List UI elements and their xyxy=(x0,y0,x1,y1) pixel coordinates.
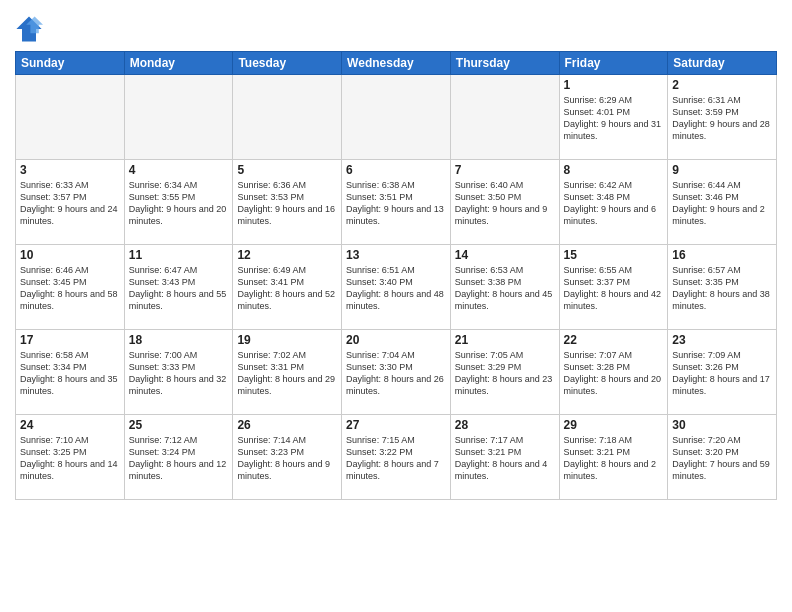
logo-icon xyxy=(15,15,43,43)
day-number: 11 xyxy=(129,248,229,262)
day-number: 9 xyxy=(672,163,772,177)
day-info: Sunrise: 7:00 AM Sunset: 3:33 PM Dayligh… xyxy=(129,349,229,398)
day-number: 23 xyxy=(672,333,772,347)
day-info: Sunrise: 7:18 AM Sunset: 3:21 PM Dayligh… xyxy=(564,434,664,483)
day-number: 4 xyxy=(129,163,229,177)
day-number: 24 xyxy=(20,418,120,432)
day-info: Sunrise: 6:44 AM Sunset: 3:46 PM Dayligh… xyxy=(672,179,772,228)
calendar-cell-w3d7: 16Sunrise: 6:57 AM Sunset: 3:35 PM Dayli… xyxy=(668,245,777,330)
day-info: Sunrise: 7:04 AM Sunset: 3:30 PM Dayligh… xyxy=(346,349,446,398)
day-info: Sunrise: 6:58 AM Sunset: 3:34 PM Dayligh… xyxy=(20,349,120,398)
day-number: 22 xyxy=(564,333,664,347)
calendar-cell-w1d1 xyxy=(16,75,125,160)
day-number: 8 xyxy=(564,163,664,177)
day-info: Sunrise: 7:17 AM Sunset: 3:21 PM Dayligh… xyxy=(455,434,555,483)
calendar-cell-w2d4: 6Sunrise: 6:38 AM Sunset: 3:51 PM Daylig… xyxy=(342,160,451,245)
day-number: 14 xyxy=(455,248,555,262)
day-number: 19 xyxy=(237,333,337,347)
day-number: 30 xyxy=(672,418,772,432)
calendar-cell-w1d6: 1Sunrise: 6:29 AM Sunset: 4:01 PM Daylig… xyxy=(559,75,668,160)
calendar-cell-w3d1: 10Sunrise: 6:46 AM Sunset: 3:45 PM Dayli… xyxy=(16,245,125,330)
day-info: Sunrise: 6:38 AM Sunset: 3:51 PM Dayligh… xyxy=(346,179,446,228)
day-info: Sunrise: 6:40 AM Sunset: 3:50 PM Dayligh… xyxy=(455,179,555,228)
day-number: 27 xyxy=(346,418,446,432)
page: SundayMondayTuesdayWednesdayThursdayFrid… xyxy=(0,0,792,612)
calendar-cell-w3d3: 12Sunrise: 6:49 AM Sunset: 3:41 PM Dayli… xyxy=(233,245,342,330)
day-number: 16 xyxy=(672,248,772,262)
week-row-1: 1Sunrise: 6:29 AM Sunset: 4:01 PM Daylig… xyxy=(16,75,777,160)
calendar-cell-w3d2: 11Sunrise: 6:47 AM Sunset: 3:43 PM Dayli… xyxy=(124,245,233,330)
calendar-cell-w5d5: 28Sunrise: 7:17 AM Sunset: 3:21 PM Dayli… xyxy=(450,415,559,500)
calendar-cell-w1d3 xyxy=(233,75,342,160)
day-number: 13 xyxy=(346,248,446,262)
day-info: Sunrise: 7:10 AM Sunset: 3:25 PM Dayligh… xyxy=(20,434,120,483)
calendar-cell-w2d7: 9Sunrise: 6:44 AM Sunset: 3:46 PM Daylig… xyxy=(668,160,777,245)
week-row-5: 24Sunrise: 7:10 AM Sunset: 3:25 PM Dayli… xyxy=(16,415,777,500)
calendar-cell-w4d2: 18Sunrise: 7:00 AM Sunset: 3:33 PM Dayli… xyxy=(124,330,233,415)
calendar-cell-w1d5 xyxy=(450,75,559,160)
weekday-header-monday: Monday xyxy=(124,52,233,75)
calendar-cell-w1d7: 2Sunrise: 6:31 AM Sunset: 3:59 PM Daylig… xyxy=(668,75,777,160)
day-number: 17 xyxy=(20,333,120,347)
calendar-cell-w4d6: 22Sunrise: 7:07 AM Sunset: 3:28 PM Dayli… xyxy=(559,330,668,415)
day-number: 6 xyxy=(346,163,446,177)
day-number: 21 xyxy=(455,333,555,347)
calendar-cell-w5d7: 30Sunrise: 7:20 AM Sunset: 3:20 PM Dayli… xyxy=(668,415,777,500)
day-info: Sunrise: 7:20 AM Sunset: 3:20 PM Dayligh… xyxy=(672,434,772,483)
day-info: Sunrise: 7:12 AM Sunset: 3:24 PM Dayligh… xyxy=(129,434,229,483)
weekday-header-wednesday: Wednesday xyxy=(342,52,451,75)
day-info: Sunrise: 6:47 AM Sunset: 3:43 PM Dayligh… xyxy=(129,264,229,313)
calendar-cell-w2d1: 3Sunrise: 6:33 AM Sunset: 3:57 PM Daylig… xyxy=(16,160,125,245)
weekday-header-sunday: Sunday xyxy=(16,52,125,75)
day-info: Sunrise: 6:51 AM Sunset: 3:40 PM Dayligh… xyxy=(346,264,446,313)
day-info: Sunrise: 6:57 AM Sunset: 3:35 PM Dayligh… xyxy=(672,264,772,313)
calendar-cell-w4d5: 21Sunrise: 7:05 AM Sunset: 3:29 PM Dayli… xyxy=(450,330,559,415)
day-info: Sunrise: 6:34 AM Sunset: 3:55 PM Dayligh… xyxy=(129,179,229,228)
day-number: 7 xyxy=(455,163,555,177)
calendar-cell-w2d6: 8Sunrise: 6:42 AM Sunset: 3:48 PM Daylig… xyxy=(559,160,668,245)
logo xyxy=(15,15,46,43)
day-info: Sunrise: 6:33 AM Sunset: 3:57 PM Dayligh… xyxy=(20,179,120,228)
calendar-cell-w3d4: 13Sunrise: 6:51 AM Sunset: 3:40 PM Dayli… xyxy=(342,245,451,330)
calendar-cell-w4d4: 20Sunrise: 7:04 AM Sunset: 3:30 PM Dayli… xyxy=(342,330,451,415)
calendar-table: SundayMondayTuesdayWednesdayThursdayFrid… xyxy=(15,51,777,500)
weekday-header-saturday: Saturday xyxy=(668,52,777,75)
day-info: Sunrise: 7:05 AM Sunset: 3:29 PM Dayligh… xyxy=(455,349,555,398)
day-info: Sunrise: 7:02 AM Sunset: 3:31 PM Dayligh… xyxy=(237,349,337,398)
calendar-cell-w1d2 xyxy=(124,75,233,160)
day-number: 18 xyxy=(129,333,229,347)
day-info: Sunrise: 6:46 AM Sunset: 3:45 PM Dayligh… xyxy=(20,264,120,313)
weekday-header-thursday: Thursday xyxy=(450,52,559,75)
calendar-cell-w5d6: 29Sunrise: 7:18 AM Sunset: 3:21 PM Dayli… xyxy=(559,415,668,500)
calendar-cell-w5d4: 27Sunrise: 7:15 AM Sunset: 3:22 PM Dayli… xyxy=(342,415,451,500)
day-number: 25 xyxy=(129,418,229,432)
day-number: 10 xyxy=(20,248,120,262)
day-info: Sunrise: 6:31 AM Sunset: 3:59 PM Dayligh… xyxy=(672,94,772,143)
calendar-cell-w3d5: 14Sunrise: 6:53 AM Sunset: 3:38 PM Dayli… xyxy=(450,245,559,330)
day-info: Sunrise: 7:14 AM Sunset: 3:23 PM Dayligh… xyxy=(237,434,337,483)
day-number: 26 xyxy=(237,418,337,432)
day-info: Sunrise: 6:29 AM Sunset: 4:01 PM Dayligh… xyxy=(564,94,664,143)
calendar-cell-w5d2: 25Sunrise: 7:12 AM Sunset: 3:24 PM Dayli… xyxy=(124,415,233,500)
day-info: Sunrise: 6:49 AM Sunset: 3:41 PM Dayligh… xyxy=(237,264,337,313)
week-row-4: 17Sunrise: 6:58 AM Sunset: 3:34 PM Dayli… xyxy=(16,330,777,415)
day-info: Sunrise: 6:55 AM Sunset: 3:37 PM Dayligh… xyxy=(564,264,664,313)
calendar-cell-w5d1: 24Sunrise: 7:10 AM Sunset: 3:25 PM Dayli… xyxy=(16,415,125,500)
weekday-header-friday: Friday xyxy=(559,52,668,75)
calendar-cell-w5d3: 26Sunrise: 7:14 AM Sunset: 3:23 PM Dayli… xyxy=(233,415,342,500)
day-number: 2 xyxy=(672,78,772,92)
day-number: 20 xyxy=(346,333,446,347)
day-info: Sunrise: 6:36 AM Sunset: 3:53 PM Dayligh… xyxy=(237,179,337,228)
day-number: 5 xyxy=(237,163,337,177)
header xyxy=(15,10,777,43)
day-info: Sunrise: 6:42 AM Sunset: 3:48 PM Dayligh… xyxy=(564,179,664,228)
day-number: 12 xyxy=(237,248,337,262)
calendar-cell-w2d5: 7Sunrise: 6:40 AM Sunset: 3:50 PM Daylig… xyxy=(450,160,559,245)
day-number: 15 xyxy=(564,248,664,262)
calendar-cell-w3d6: 15Sunrise: 6:55 AM Sunset: 3:37 PM Dayli… xyxy=(559,245,668,330)
weekday-header-tuesday: Tuesday xyxy=(233,52,342,75)
week-row-3: 10Sunrise: 6:46 AM Sunset: 3:45 PM Dayli… xyxy=(16,245,777,330)
calendar-cell-w1d4 xyxy=(342,75,451,160)
day-info: Sunrise: 7:15 AM Sunset: 3:22 PM Dayligh… xyxy=(346,434,446,483)
day-number: 1 xyxy=(564,78,664,92)
